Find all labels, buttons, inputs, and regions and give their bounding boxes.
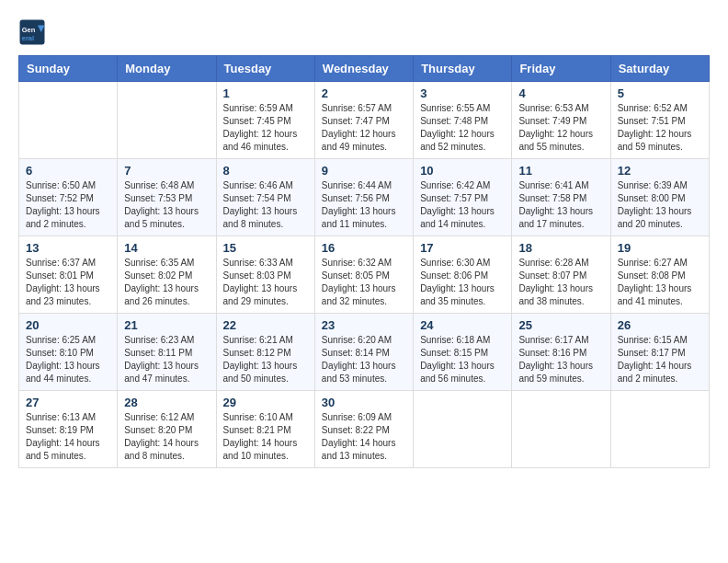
calendar-week-row: 6Sunrise: 6:50 AM Sunset: 7:52 PM Daylig… — [19, 159, 710, 236]
calendar-cell: 27Sunrise: 6:13 AM Sunset: 8:19 PM Dayli… — [19, 391, 118, 468]
calendar-cell: 16Sunrise: 6:32 AM Sunset: 8:05 PM Dayli… — [314, 236, 413, 314]
calendar-cell: 26Sunrise: 6:15 AM Sunset: 8:17 PM Dayli… — [610, 314, 709, 391]
day-number: 12 — [618, 164, 702, 178]
day-number: 1 — [223, 86, 308, 100]
calendar-cell: 21Sunrise: 6:23 AM Sunset: 8:11 PM Dayli… — [118, 314, 216, 391]
day-number: 5 — [618, 86, 702, 100]
calendar-cell: 2Sunrise: 6:57 AM Sunset: 7:47 PM Daylig… — [314, 82, 413, 159]
day-info: Sunrise: 6:53 AM Sunset: 7:49 PM Dayligh… — [518, 102, 603, 154]
calendar-cell: 12Sunrise: 6:39 AM Sunset: 8:00 PM Dayli… — [610, 159, 709, 236]
calendar-cell — [610, 391, 709, 468]
day-info: Sunrise: 6:23 AM Sunset: 8:11 PM Dayligh… — [124, 334, 209, 385]
day-info: Sunrise: 6:21 AM Sunset: 8:12 PM Dayligh… — [223, 334, 308, 385]
calendar-cell — [118, 82, 216, 159]
calendar-cell: 5Sunrise: 6:52 AM Sunset: 7:51 PM Daylig… — [610, 82, 709, 159]
calendar-table: SundayMondayTuesdayWednesdayThursdayFrid… — [18, 55, 710, 468]
day-number: 29 — [223, 396, 308, 409]
calendar-cell — [512, 391, 610, 468]
day-info: Sunrise: 6:37 AM Sunset: 8:01 PM Dayligh… — [26, 257, 110, 308]
day-number: 14 — [124, 241, 209, 255]
day-info: Sunrise: 6:18 AM Sunset: 8:15 PM Dayligh… — [420, 334, 505, 385]
day-number: 19 — [618, 241, 702, 255]
header: Gen eral — [18, 18, 710, 46]
calendar-cell: 3Sunrise: 6:55 AM Sunset: 7:48 PM Daylig… — [414, 82, 512, 159]
day-info: Sunrise: 6:15 AM Sunset: 8:17 PM Dayligh… — [618, 334, 702, 385]
day-number: 6 — [26, 164, 110, 178]
day-number: 16 — [322, 241, 406, 255]
day-number: 23 — [322, 318, 406, 332]
day-info: Sunrise: 6:44 AM Sunset: 7:56 PM Dayligh… — [322, 179, 406, 231]
calendar-cell: 20Sunrise: 6:25 AM Sunset: 8:10 PM Dayli… — [19, 314, 118, 391]
day-info: Sunrise: 6:10 AM Sunset: 8:21 PM Dayligh… — [223, 411, 308, 463]
day-number: 11 — [518, 164, 603, 178]
day-info: Sunrise: 6:57 AM Sunset: 7:47 PM Dayligh… — [322, 102, 406, 154]
day-number: 2 — [322, 86, 406, 100]
day-number: 21 — [124, 318, 209, 332]
day-info: Sunrise: 6:46 AM Sunset: 7:54 PM Dayligh… — [223, 179, 308, 231]
calendar-cell: 18Sunrise: 6:28 AM Sunset: 8:07 PM Dayli… — [512, 236, 610, 314]
calendar-cell: 7Sunrise: 6:48 AM Sunset: 7:53 PM Daylig… — [118, 159, 216, 236]
day-info: Sunrise: 6:35 AM Sunset: 8:02 PM Dayligh… — [124, 257, 209, 308]
day-info: Sunrise: 6:13 AM Sunset: 8:19 PM Dayligh… — [26, 411, 110, 463]
day-info: Sunrise: 6:52 AM Sunset: 7:51 PM Dayligh… — [618, 102, 702, 154]
calendar-cell: 15Sunrise: 6:33 AM Sunset: 8:03 PM Dayli… — [216, 236, 314, 314]
day-number: 27 — [26, 396, 110, 409]
day-info: Sunrise: 6:20 AM Sunset: 8:14 PM Dayligh… — [322, 334, 406, 385]
day-info: Sunrise: 6:28 AM Sunset: 8:07 PM Dayligh… — [518, 257, 603, 308]
day-number: 26 — [618, 318, 702, 332]
weekday-header-monday: Monday — [118, 56, 216, 82]
day-info: Sunrise: 6:50 AM Sunset: 7:52 PM Dayligh… — [26, 179, 110, 231]
day-info: Sunrise: 6:27 AM Sunset: 8:08 PM Dayligh… — [618, 257, 702, 308]
day-number: 9 — [322, 164, 406, 178]
calendar-cell: 28Sunrise: 6:12 AM Sunset: 8:20 PM Dayli… — [118, 391, 216, 468]
day-number: 24 — [420, 318, 505, 332]
calendar-cell: 13Sunrise: 6:37 AM Sunset: 8:01 PM Dayli… — [19, 236, 118, 314]
day-number: 7 — [124, 164, 209, 178]
day-info: Sunrise: 6:39 AM Sunset: 8:00 PM Dayligh… — [618, 179, 702, 231]
day-info: Sunrise: 6:48 AM Sunset: 7:53 PM Dayligh… — [124, 179, 209, 231]
day-number: 28 — [124, 396, 209, 409]
day-info: Sunrise: 6:17 AM Sunset: 8:16 PM Dayligh… — [518, 334, 603, 385]
calendar-cell: 11Sunrise: 6:41 AM Sunset: 7:58 PM Dayli… — [512, 159, 610, 236]
calendar-cell: 1Sunrise: 6:59 AM Sunset: 7:45 PM Daylig… — [216, 82, 314, 159]
calendar-cell: 29Sunrise: 6:10 AM Sunset: 8:21 PM Dayli… — [216, 391, 314, 468]
logo: Gen eral — [18, 18, 50, 46]
calendar-cell — [414, 391, 512, 468]
day-info: Sunrise: 6:25 AM Sunset: 8:10 PM Dayligh… — [26, 334, 110, 385]
weekday-header-saturday: Saturday — [610, 56, 709, 82]
day-number: 3 — [420, 86, 505, 100]
logo-icon: Gen eral — [18, 18, 46, 46]
day-number: 8 — [223, 164, 308, 178]
day-number: 4 — [518, 86, 603, 100]
day-number: 15 — [223, 241, 308, 255]
day-info: Sunrise: 6:12 AM Sunset: 8:20 PM Dayligh… — [124, 411, 209, 463]
calendar-week-row: 20Sunrise: 6:25 AM Sunset: 8:10 PM Dayli… — [19, 314, 710, 391]
day-info: Sunrise: 6:09 AM Sunset: 8:22 PM Dayligh… — [322, 411, 406, 463]
calendar-cell — [19, 82, 118, 159]
calendar-cell: 4Sunrise: 6:53 AM Sunset: 7:49 PM Daylig… — [512, 82, 610, 159]
weekday-header-friday: Friday — [512, 56, 610, 82]
day-info: Sunrise: 6:32 AM Sunset: 8:05 PM Dayligh… — [322, 257, 406, 308]
svg-text:Gen: Gen — [22, 26, 36, 34]
calendar-cell: 17Sunrise: 6:30 AM Sunset: 8:06 PM Dayli… — [414, 236, 512, 314]
day-info: Sunrise: 6:55 AM Sunset: 7:48 PM Dayligh… — [420, 102, 505, 154]
calendar-cell: 23Sunrise: 6:20 AM Sunset: 8:14 PM Dayli… — [314, 314, 413, 391]
calendar-cell: 19Sunrise: 6:27 AM Sunset: 8:08 PM Dayli… — [610, 236, 709, 314]
calendar-cell: 14Sunrise: 6:35 AM Sunset: 8:02 PM Dayli… — [118, 236, 216, 314]
day-info: Sunrise: 6:33 AM Sunset: 8:03 PM Dayligh… — [223, 257, 308, 308]
calendar-cell: 25Sunrise: 6:17 AM Sunset: 8:16 PM Dayli… — [512, 314, 610, 391]
calendar-cell: 10Sunrise: 6:42 AM Sunset: 7:57 PM Dayli… — [414, 159, 512, 236]
calendar-cell: 22Sunrise: 6:21 AM Sunset: 8:12 PM Dayli… — [216, 314, 314, 391]
weekday-header-wednesday: Wednesday — [314, 56, 413, 82]
day-number: 20 — [26, 318, 110, 332]
calendar-cell: 30Sunrise: 6:09 AM Sunset: 8:22 PM Dayli… — [314, 391, 413, 468]
day-number: 10 — [420, 164, 505, 178]
calendar-week-row: 1Sunrise: 6:59 AM Sunset: 7:45 PM Daylig… — [19, 82, 710, 159]
day-number: 13 — [26, 241, 110, 255]
day-number: 22 — [223, 318, 308, 332]
day-number: 18 — [518, 241, 603, 255]
day-number: 25 — [518, 318, 603, 332]
weekday-header-tuesday: Tuesday — [216, 56, 314, 82]
day-info: Sunrise: 6:42 AM Sunset: 7:57 PM Dayligh… — [420, 179, 505, 231]
calendar-week-row: 27Sunrise: 6:13 AM Sunset: 8:19 PM Dayli… — [19, 391, 710, 468]
